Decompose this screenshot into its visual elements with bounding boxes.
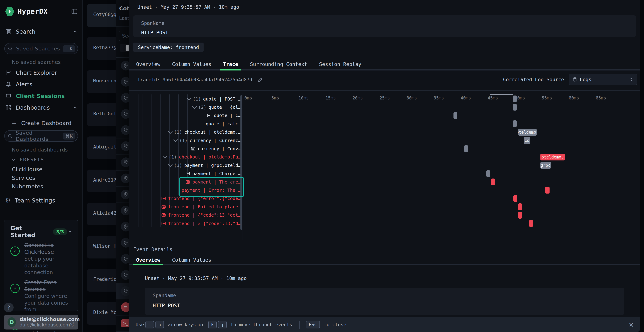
trace-tree-row[interactable]: (1)currency | Currenc… (133, 136, 242, 144)
get-started-progress-badge: 3/3 (53, 228, 67, 235)
edit-icon[interactable] (258, 77, 263, 83)
span-bar[interactable] (486, 170, 490, 177)
expander-chevron-icon[interactable] (162, 154, 167, 158)
sidebar-item-label: Dashboards (16, 104, 50, 111)
log-event-icon (161, 196, 166, 201)
pin-row[interactable] (116, 235, 129, 251)
sidebar-item-dashboards[interactable]: Dashboards (5, 104, 78, 111)
tree-row-label: currency | Currenc… (190, 138, 241, 143)
trace-tree-row[interactable]: frontend | {"code":13,"det… (133, 211, 242, 219)
span-bar[interactable] (518, 212, 522, 218)
check-circle-icon (10, 284, 20, 293)
sidebar-item-chart-explorer[interactable]: Chart Explorer (5, 70, 78, 76)
collapse-sidebar-icon[interactable] (71, 8, 78, 15)
close-icon[interactable]: × (629, 321, 634, 328)
trace-tree-row[interactable]: (1)checkout | oteldemo.… (133, 128, 242, 136)
pin-row[interactable] (116, 267, 129, 283)
trace-tree-row[interactable]: (1)checkout | oteldemo.Pa… (133, 153, 242, 161)
chevron-up-icon[interactable] (72, 105, 78, 110)
span-bar[interactable] (464, 145, 468, 152)
tree-scrollbar[interactable] (240, 95, 242, 230)
timeline-gridline (270, 93, 270, 240)
span-bar[interactable]: oteldemo. (540, 154, 565, 160)
trace-tree-row[interactable]: frontend | × {"code":13,"d… (133, 219, 242, 228)
sidebar-item-alerts[interactable]: Alerts (5, 81, 78, 88)
span-bar[interactable]: oteldemo. (518, 129, 537, 136)
pin-row[interactable] (116, 90, 129, 106)
tab-column-values[interactable]: Column Values (169, 60, 214, 70)
sidebar-preset-item[interactable]: Kubernetes (12, 183, 43, 190)
saved-searches-input[interactable]: Saved Searches ⌘K (4, 43, 78, 54)
trace-tree-row[interactable]: payment | Charge … (133, 170, 242, 178)
log-source-select[interactable]: Logs (569, 74, 637, 85)
span-bar[interactable] (514, 195, 517, 202)
pin-row[interactable] (116, 218, 129, 235)
tab-session-replay[interactable]: Session Replay (316, 60, 364, 70)
span-bar[interactable] (518, 204, 522, 210)
help-button[interactable]: ? (4, 303, 14, 312)
trace-tree-row[interactable]: quote | C… (133, 112, 242, 120)
span-bar[interactable]: Co (524, 137, 530, 144)
span-bar[interactable]: grpc (540, 162, 550, 169)
pin-row[interactable] (116, 122, 129, 138)
pin-row[interactable] (116, 170, 129, 187)
sidebar-preset-item[interactable]: Services (12, 174, 35, 181)
presets-header[interactable]: PRESETS (11, 157, 44, 162)
tab-overview[interactable]: Overview (133, 60, 163, 70)
saved-searches-placeholder: Saved Searches (16, 46, 60, 52)
span-bar[interactable] (513, 120, 517, 127)
session-live-chip[interactable] (126, 45, 129, 51)
child-count: (2) (198, 105, 206, 110)
sidebar-item-client-sessions[interactable]: Client Sessions (5, 93, 78, 100)
span-bar[interactable] (529, 220, 533, 227)
pin-row[interactable] (116, 138, 129, 154)
span-bar-label: Co (524, 138, 530, 143)
pin-row[interactable] (116, 186, 129, 203)
trace-tree-row[interactable]: (3)payment | grpc.oteld… (133, 161, 242, 170)
sidebar-item-label: Client Sessions (16, 93, 65, 100)
expander-chevron-icon[interactable] (168, 129, 172, 134)
create-dashboard-button[interactable]: + Create Dashboard (12, 120, 72, 127)
span-bar[interactable] (491, 178, 495, 185)
tree-row-label: currency | Conv… (198, 146, 241, 151)
chevron-up-icon[interactable] (67, 229, 73, 234)
span-bar[interactable] (454, 112, 457, 119)
session-search-input[interactable]: Search (119, 31, 129, 41)
sidebar-preset-item[interactable]: ClickHouse (12, 166, 42, 172)
pin-row[interactable] (116, 202, 129, 219)
pin-row[interactable] (116, 74, 129, 90)
span-bar[interactable] (513, 104, 517, 110)
pin-row[interactable] (116, 154, 129, 171)
saved-dashboards-input[interactable]: Saved Dashboards ⌘K (4, 130, 78, 142)
trace-tree-row[interactable]: (2)quote | {cl… (133, 103, 242, 111)
trace-tree-row[interactable]: currency | Conv… (133, 144, 242, 153)
get-started-item[interactable]: Create Data SourcesConfigure where your … (10, 279, 73, 313)
pin-row-console[interactable]: >_ (116, 315, 129, 332)
trace-tree-row[interactable]: frontend | Failed to place… (133, 203, 242, 211)
trace-tree-row[interactable]: (1)quote | POST … (133, 95, 242, 103)
timeline-tick-label: 35ms (434, 96, 444, 100)
service-name-chip[interactable]: ServiceName: frontend (133, 42, 204, 52)
get-started-item[interactable]: Connect to ClickHouseSet up your databas… (10, 242, 73, 276)
tab-underline-track (129, 69, 640, 70)
trace-tree-row[interactable]: quote | calc… (133, 120, 242, 128)
sidebar-item-search[interactable]: Search (5, 28, 78, 35)
pin-row[interactable] (116, 283, 129, 300)
event-details-title: Event Details (133, 246, 172, 252)
pin-row[interactable] (116, 58, 129, 74)
span-bar[interactable] (545, 187, 550, 194)
pin-row[interactable] (116, 251, 129, 267)
tab-surrounding-context[interactable]: Surrounding Context (247, 60, 310, 70)
tab-trace[interactable]: Trace (220, 60, 241, 70)
sidebar-item-team-settings[interactable]: ⚙ Team Settings (5, 197, 78, 204)
expander-chevron-icon[interactable] (173, 138, 178, 142)
hint-text: to move through events (230, 322, 292, 327)
expander-chevron-icon[interactable] (168, 162, 172, 167)
span-bar[interactable] (513, 96, 517, 102)
pin-row-navigation[interactable] (116, 299, 129, 316)
chevron-up-icon[interactable] (72, 29, 78, 34)
expander-chevron-icon[interactable] (187, 96, 191, 100)
expander-chevron-icon[interactable] (192, 104, 196, 109)
user-menu[interactable]: D dale@clickhouse.com dale@clickhouse.co… (4, 315, 78, 330)
pin-row[interactable] (116, 106, 129, 122)
